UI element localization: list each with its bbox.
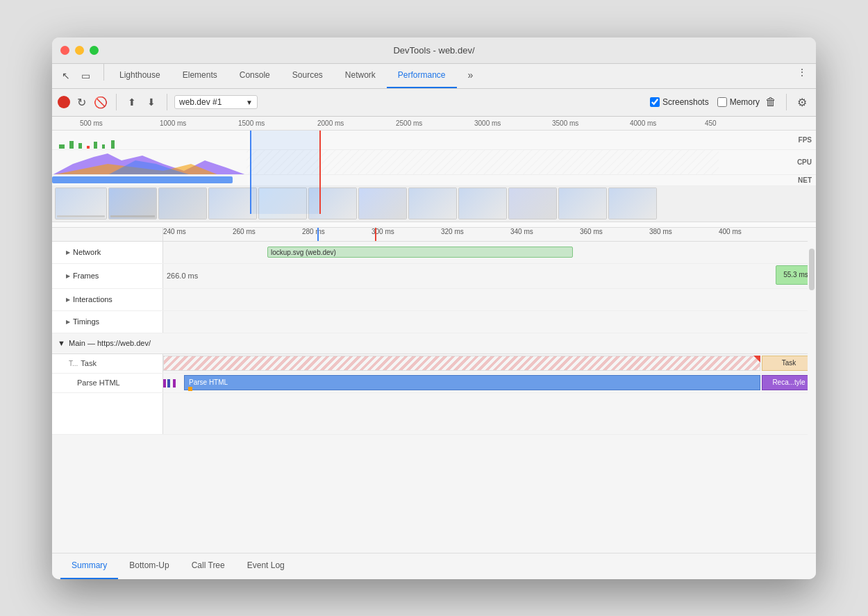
cursor-icon[interactable]: ↖: [58, 67, 74, 84]
ruler-mark-1500: 1500 ms: [238, 119, 265, 127]
net-label: NET: [798, 176, 812, 184]
ruler-spacer: [52, 228, 163, 241]
title-bar: DevTools - web.dev/: [52, 38, 816, 64]
tab-more[interactable]: »: [457, 64, 485, 88]
main-section-header: ▼ Main — https://web.dev/: [52, 333, 816, 354]
devtools-window: DevTools - web.dev/ ↖ ▭ Lighthouse Eleme…: [52, 38, 816, 579]
ruler-mark-500: 500 ms: [80, 119, 103, 127]
overview-ruler: 500 ms 1000 ms 1500 ms 2000 ms 2500 ms 3…: [52, 117, 816, 131]
network-bar[interactable]: lockup.svg (web.dev): [267, 247, 573, 258]
memory-checkbox-item[interactable]: Memory: [717, 97, 760, 107]
screenshot-thumb: [108, 188, 157, 219]
ruler-mark-4000: 4000 ms: [630, 119, 656, 127]
scrollbar-thumb[interactable]: [809, 249, 815, 290]
sep1: [116, 94, 117, 110]
tab-bottom-up[interactable]: Bottom-Up: [118, 553, 180, 579]
upload-icon[interactable]: ⬆: [124, 94, 140, 110]
task-bar-main[interactable]: [163, 356, 760, 371]
overview-marker-blue: [250, 131, 251, 214]
mini-bar-2: [167, 379, 170, 388]
svg-rect-1: [69, 141, 74, 149]
frames-label[interactable]: ▶ Frames: [52, 264, 163, 288]
parse-html-text: Parse HTML: [189, 378, 228, 386]
network-content: lockup.svg (web.dev): [163, 242, 816, 263]
screenshot-thumb: [508, 188, 557, 219]
perf-toolbar: ↻ 🚫 ⬆ ⬇ web.dev #1 ▼ Screenshots Memory …: [52, 89, 816, 117]
triangle-right-icon: ▶: [66, 273, 70, 279]
tab-sources[interactable]: Sources: [281, 64, 334, 88]
chevron-down-icon: ▼: [246, 99, 253, 106]
timings-label[interactable]: ▶ Timings: [52, 311, 163, 333]
triangle-right-icon: ▶: [66, 319, 70, 325]
screenshot-thumb: [158, 188, 207, 219]
tab-lighthouse[interactable]: Lighthouse: [108, 64, 172, 88]
record-button[interactable]: [58, 96, 70, 108]
network-label[interactable]: ▶ Network: [52, 242, 163, 263]
empty-track-area: [52, 393, 816, 435]
settings-icon[interactable]: ⚙: [794, 94, 810, 110]
memory-checkbox[interactable]: [717, 97, 727, 107]
screenshot-thumb: [55, 188, 107, 219]
overview-selection: [250, 131, 319, 214]
frames-value: 266.0 ms: [167, 272, 198, 280]
reload-icon[interactable]: ↻: [73, 94, 90, 110]
perf-overview: 500 ms 1000 ms 1500 ms 2000 ms 2500 ms 3…: [52, 117, 816, 228]
sep2: [167, 94, 167, 110]
traffic-lights: [60, 46, 99, 55]
frames-track: ▶ Frames 266.0 ms 55.3 ms: [52, 264, 816, 289]
vertical-scrollbar[interactable]: [808, 228, 816, 553]
tab-elements[interactable]: Elements: [172, 64, 228, 88]
clear-icon[interactable]: 🚫: [92, 94, 109, 110]
svg-rect-6: [111, 140, 115, 149]
screenshot-thumb: [408, 188, 457, 219]
interactions-content: [163, 289, 816, 310]
tab-event-log[interactable]: Event Log: [236, 553, 296, 579]
close-button[interactable]: [60, 46, 69, 55]
screenshots-checkbox-item[interactable]: Screenshots: [650, 97, 709, 107]
timeline-marker-red: [375, 228, 376, 242]
maximize-button[interactable]: [90, 46, 99, 55]
long-task-marker: [753, 356, 760, 363]
mini-bar-3: [173, 379, 176, 388]
tab-performance[interactable]: Performance: [387, 64, 457, 88]
download-icon[interactable]: ⬇: [143, 94, 160, 110]
url-dropdown[interactable]: web.dev #1 ▼: [174, 95, 258, 109]
bottom-tabs: Summary Bottom-Up Call Tree Event Log: [52, 553, 816, 579]
minimize-button[interactable]: [75, 46, 84, 55]
screenshots-checkbox[interactable]: [650, 97, 660, 107]
ruler-mark-3000: 3000 ms: [474, 119, 501, 127]
drawer-icon[interactable]: ▭: [77, 67, 94, 84]
task-label: T... Task: [52, 354, 163, 373]
interactions-label[interactable]: ▶ Interactions: [52, 289, 163, 310]
svg-rect-5: [102, 144, 105, 149]
net-row: NET: [52, 175, 816, 186]
tab-network[interactable]: Network: [334, 64, 387, 88]
tab-call-tree[interactable]: Call Tree: [181, 553, 236, 579]
window-title: DevTools - web.dev/: [393, 45, 474, 56]
sep3: [786, 94, 787, 110]
frames-content: 266.0 ms 55.3 ms: [163, 264, 816, 288]
detail-mark-400: 400 ms: [719, 228, 742, 235]
overview-marker-red: [319, 131, 321, 214]
tab-console[interactable]: Console: [228, 64, 281, 88]
parse-html-bar[interactable]: Parse HTML: [184, 375, 760, 390]
network-track: ▶ Network lockup.svg (web.dev): [52, 242, 816, 264]
ruler-mark-2500: 2500 ms: [396, 119, 422, 127]
trash-icon[interactable]: 🗑: [762, 94, 779, 110]
ruler-mark-1000: 1000 ms: [160, 119, 186, 127]
svg-rect-2: [78, 143, 82, 149]
detail-mark-340: 340 ms: [510, 228, 533, 235]
cpu-label: CPU: [797, 158, 812, 166]
task-content: Task: [163, 354, 816, 373]
screenshot-thumb: [608, 188, 657, 219]
tab-summary[interactable]: Summary: [60, 553, 118, 579]
detail-mark-260: 260 ms: [233, 228, 256, 235]
svg-rect-0: [59, 144, 65, 149]
timings-content: [163, 311, 816, 333]
timeline-area: 240 ms 260 ms 280 ms 300 ms 320 ms 340 m…: [52, 228, 816, 553]
more-options-icon[interactable]: ⋮: [794, 64, 810, 81]
fps-row: FPS: [52, 131, 816, 150]
mini-bar-1: [163, 379, 166, 388]
screenshot-thumb: [558, 188, 607, 219]
parse-html-content: Parse HTML Reca...tyle: [163, 374, 816, 392]
